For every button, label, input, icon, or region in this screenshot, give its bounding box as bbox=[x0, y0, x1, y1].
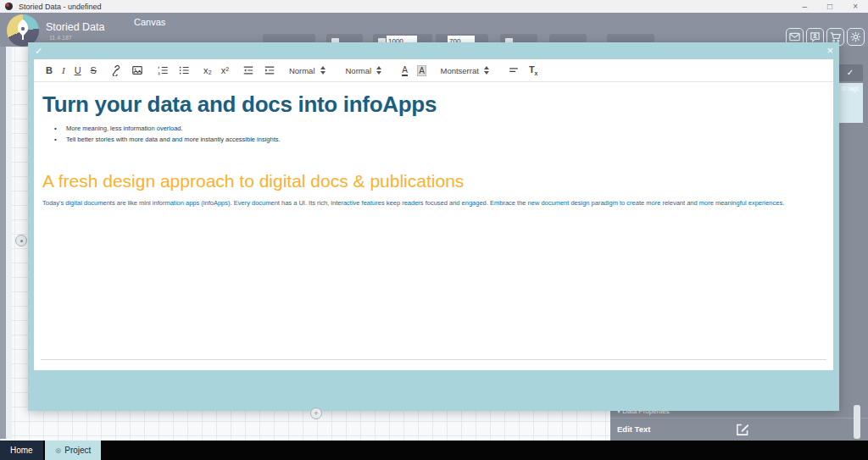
strikethrough-button[interactable]: S bbox=[91, 64, 97, 76]
editor-bottom-rule bbox=[41, 359, 826, 360]
app-name: Storied Data bbox=[46, 21, 104, 33]
heading-select-value: Normal bbox=[289, 66, 315, 75]
heading-select[interactable]: Normal bbox=[289, 66, 326, 75]
maximize-button[interactable]: □ bbox=[827, 3, 832, 11]
doc-bullet-item: More meaning, less information overload. bbox=[42, 123, 826, 134]
minimize-button[interactable]: – bbox=[803, 3, 808, 11]
edit-text-row[interactable]: Edit Text bbox=[610, 418, 868, 441]
data-tag-chip[interactable]: D: tag1 bbox=[837, 83, 863, 123]
link-button[interactable] bbox=[110, 64, 122, 76]
canvas-label: Canvas bbox=[134, 17, 165, 27]
align-icon bbox=[508, 64, 520, 76]
doc-title: Turn your data and docs into infoApps bbox=[42, 91, 826, 118]
doc-subtitle: A fresh design approach to digital docs … bbox=[42, 171, 826, 191]
apply-check-button[interactable]: ✓ bbox=[837, 64, 863, 81]
underline-button[interactable]: U bbox=[75, 64, 81, 76]
subscript-button[interactable]: x₂ bbox=[203, 64, 212, 76]
bottom-taskbar: Home ⊗ Project bbox=[0, 441, 868, 460]
link-icon bbox=[110, 64, 122, 76]
edit-text-label: Edit Text bbox=[617, 424, 650, 434]
align-button[interactable] bbox=[508, 64, 520, 76]
clear-format-t: T bbox=[529, 64, 535, 75]
tab-project[interactable]: ⊗ Project bbox=[45, 441, 102, 460]
size-select[interactable]: Normal bbox=[346, 66, 382, 75]
font-select-value: Montserrat bbox=[440, 66, 478, 75]
cart-icon bbox=[829, 30, 842, 43]
text-color-button[interactable]: A bbox=[402, 65, 408, 76]
editor-content[interactable]: Turn your data and docs into infoApps Mo… bbox=[42, 82, 826, 208]
dialog-close-button[interactable]: × bbox=[826, 44, 833, 57]
clear-format-button[interactable]: Tx bbox=[529, 64, 538, 76]
storied-data-app: Storied Data - undefined – □ × Storied D… bbox=[0, 0, 868, 460]
app-version: 11.4.187 bbox=[49, 35, 72, 41]
ordered-list-icon bbox=[157, 64, 169, 76]
tab-close-icon[interactable]: ⊗ bbox=[55, 446, 62, 455]
edit-icon[interactable] bbox=[734, 421, 751, 438]
settings-button[interactable] bbox=[847, 28, 865, 46]
doc-bullet-item: Tell better stories with more data and a… bbox=[42, 134, 826, 145]
updown-icon bbox=[484, 66, 489, 75]
bold-button[interactable]: B bbox=[46, 64, 53, 76]
image-button[interactable] bbox=[131, 64, 143, 76]
italic-button[interactable]: I bbox=[62, 64, 65, 76]
outdent-button[interactable] bbox=[242, 64, 254, 76]
window-title: Storied Data - undefined bbox=[19, 3, 102, 11]
app-header: Storied Data 11.4.187 Canvas bbox=[0, 13, 868, 47]
ordered-list-button[interactable] bbox=[157, 64, 169, 76]
clear-format-x: x bbox=[535, 70, 538, 76]
outdent-icon bbox=[242, 64, 254, 76]
updown-icon bbox=[320, 66, 326, 75]
doc-bullet-list: More meaning, less information overload.… bbox=[42, 123, 826, 145]
updown-icon bbox=[376, 66, 381, 75]
tab-project-label: Project bbox=[64, 446, 91, 455]
editor-toolbar: B I U S bbox=[34, 59, 833, 82]
pen-nib-icon bbox=[12, 18, 34, 43]
highlight-color-button[interactable]: A bbox=[417, 65, 427, 76]
gear-icon bbox=[849, 30, 862, 43]
tab-home-label: Home bbox=[10, 446, 33, 455]
panel-scrollbar[interactable] bbox=[854, 405, 860, 439]
mail-icon bbox=[788, 30, 801, 43]
image-icon bbox=[131, 64, 143, 76]
indent-button[interactable] bbox=[264, 64, 275, 76]
bullet-list-icon bbox=[178, 64, 190, 76]
size-select-value: Normal bbox=[346, 66, 372, 75]
indent-icon bbox=[264, 64, 275, 76]
dialog-confirm-button[interactable]: ✓ bbox=[35, 46, 42, 57]
support-person-icon bbox=[809, 30, 821, 43]
rich-text-editor[interactable]: B I U S bbox=[34, 59, 833, 370]
close-button[interactable]: × bbox=[853, 3, 858, 11]
font-select[interactable]: Montserrat bbox=[440, 66, 488, 75]
canvas-anchor-handle[interactable] bbox=[15, 235, 27, 247]
app-icon bbox=[5, 3, 13, 10]
bullet-list-button[interactable] bbox=[178, 64, 190, 76]
window-titlebar: Storied Data - undefined – □ × bbox=[0, 0, 868, 13]
doc-paragraph: Today's digital documents are like mini … bbox=[42, 198, 821, 208]
left-ruler-strip bbox=[6, 47, 12, 439]
canvas-anchor-handle[interactable]: + bbox=[310, 407, 322, 419]
superscript-button[interactable]: x² bbox=[221, 64, 229, 76]
left-panel-strip bbox=[0, 47, 6, 439]
text-editor-dialog: ✓ × B I U S bbox=[28, 42, 839, 411]
tab-home[interactable]: Home bbox=[0, 441, 43, 460]
